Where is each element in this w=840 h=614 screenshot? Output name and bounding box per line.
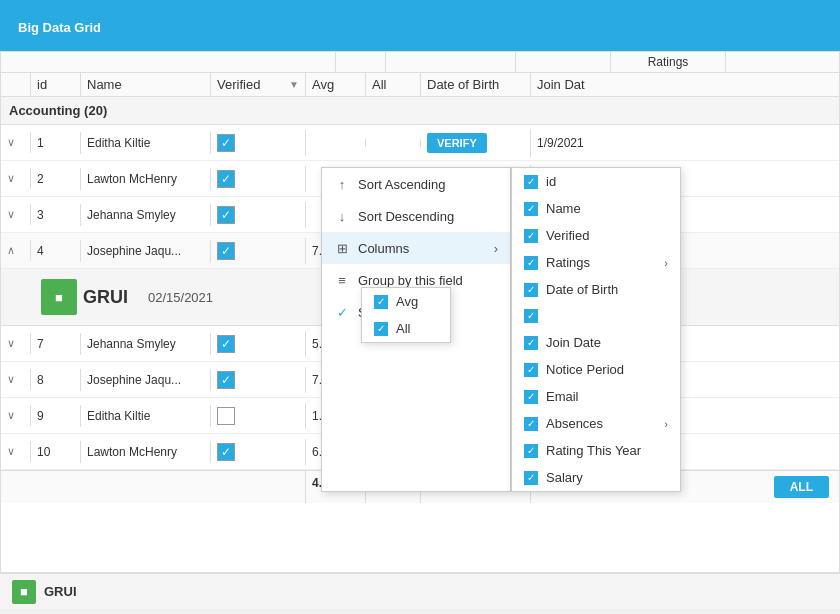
row-expander[interactable]: ∨ [1,405,31,426]
header-dob[interactable]: Date of Birth [421,73,531,96]
header-expander [1,73,31,96]
col-menu-dob[interactable]: ✓ Date of Birth [512,276,680,303]
menu-item-sort-desc[interactable]: ↓ Sort Descending [322,200,510,232]
columns-icon: ⊞ [334,240,350,256]
verified-sort-icon: ▼ [289,79,299,90]
ratings-super-header: Ratings [611,52,726,72]
col-menu-name[interactable]: ✓ Name [512,195,680,222]
group-icon: ≡ [334,272,350,288]
col-menu-id[interactable]: ✓ id [512,168,680,195]
ratings-submenu-all[interactable]: ✓ All [362,315,450,342]
cell-verified [211,403,306,429]
grui-logo: ■ GRUI [41,279,128,315]
col-menu-blank[interactable]: ✓ [512,303,680,329]
cell-name: Josephine Jaqu... [81,369,211,391]
sort-desc-icon: ↓ [334,208,350,224]
columns-submenu: ✓ id ✓ Name ✓ Verified ✓ Ratings › ✓ Dat… [511,167,681,492]
table-row: ∨ 1 Editha Kiltie ✓ VERIFY 1/9/2021 [1,125,839,161]
cell-verified: ✓ [211,202,306,228]
cell-verified: ✓ [211,238,306,264]
footer-grui-text: GRUI [44,584,77,599]
ratings-arrow-icon: › [664,257,668,269]
verify-button[interactable]: VERIFY [427,133,487,153]
header-avg[interactable]: Avg [306,73,366,96]
header-verified[interactable]: Verified ▼ [211,73,306,96]
row-expander[interactable]: ∨ [1,369,31,390]
cell-id: 7 [31,333,81,355]
menu-item-sort-asc[interactable]: ↑ Sort Ascending [322,168,510,200]
menu-item-columns[interactable]: ⊞ Columns › [322,232,510,264]
cell-name: Lawton McHenry [81,168,211,190]
cell-id: 9 [31,405,81,427]
col-menu-salary[interactable]: ✓ Salary [512,464,680,491]
row-expander[interactable]: ∧ [1,240,31,261]
cell-verified: ✓ [211,331,306,357]
cell-verified: ✓ [211,439,306,465]
header-name[interactable]: Name [81,73,211,96]
cell-name: Josephine Jaqu... [81,240,211,262]
cell-id: 4 [31,240,81,262]
app-title: Big Data Grid [18,20,101,35]
cell-name: Editha Kiltie [81,405,211,427]
col-menu-ratingthisyear[interactable]: ✓ Rating This Year [512,437,680,464]
cell-name: Lawton McHenry [81,441,211,463]
super-spacer-name [386,52,516,72]
col-menu-ratings[interactable]: ✓ Ratings › [512,249,680,276]
app-header: Big Data Grid [0,0,840,51]
col-menu-email[interactable]: ✓ Email [512,383,680,410]
row-expander[interactable]: ∨ [1,333,31,354]
row-expander[interactable]: ∨ [1,168,31,189]
super-spacer-rest [726,52,839,72]
cell-verified: ✓ [211,367,306,393]
col-menu-notice[interactable]: ✓ Notice Period [512,356,680,383]
super-spacer-id [336,52,386,72]
columns-arrow-icon: › [494,241,498,256]
header-all[interactable]: All [366,73,421,96]
data-grid: Ratings id Name Verified ▼ Avg All Date … [0,51,840,573]
super-header-row: Ratings [1,52,839,73]
header-joindate[interactable]: Join Dat [531,73,621,96]
cell-id: 8 [31,369,81,391]
group-row-accounting: Accounting (20) [1,97,839,125]
super-spacer-verified [516,52,611,72]
super-spacer-expander [1,52,336,72]
footer-grui-icon: ■ [12,580,36,604]
cell-verified: ✓ [211,166,306,192]
cell-all [366,139,421,147]
grui-icon: ■ [41,279,77,315]
absences-arrow-icon: › [664,418,668,430]
expanded-date: 02/15/2021 [148,290,213,305]
cell-verified: ✓ [211,130,306,156]
all-button[interactable]: ALL [774,476,829,498]
cell-name: Jehanna Smyley [81,333,211,355]
ratings-submenu-avg[interactable]: ✓ Avg [362,288,450,315]
cell-id: 1 [31,132,81,154]
cell-id: 3 [31,204,81,226]
col-menu-verified[interactable]: ✓ Verified [512,222,680,249]
cell-name: Jehanna Smyley [81,204,211,226]
cell-avg [306,139,366,147]
show-groups-checkbox-icon: ✓ [334,304,350,320]
col-menu-joindate[interactable]: ✓ Join Date [512,329,680,356]
cell-id: 10 [31,441,81,463]
ratings-submenu: ✓ Avg ✓ All [361,287,451,343]
cell-dob: VERIFY [421,129,531,157]
cell-joindate: 1/9/2021 [531,132,621,154]
row-expander[interactable]: ∨ [1,204,31,225]
sort-asc-icon: ↑ [334,176,350,192]
grid-header: id Name Verified ▼ Avg All Date of Birth… [1,73,839,97]
row-expander[interactable]: ∨ [1,441,31,462]
cell-id: 2 [31,168,81,190]
row-expander[interactable]: ∨ [1,132,31,153]
cell-name: Editha Kiltie [81,132,211,154]
col-menu-absences[interactable]: ✓ Absences › [512,410,680,437]
footer-bar: ■ GRUI [0,573,840,609]
header-id[interactable]: id [31,73,81,96]
